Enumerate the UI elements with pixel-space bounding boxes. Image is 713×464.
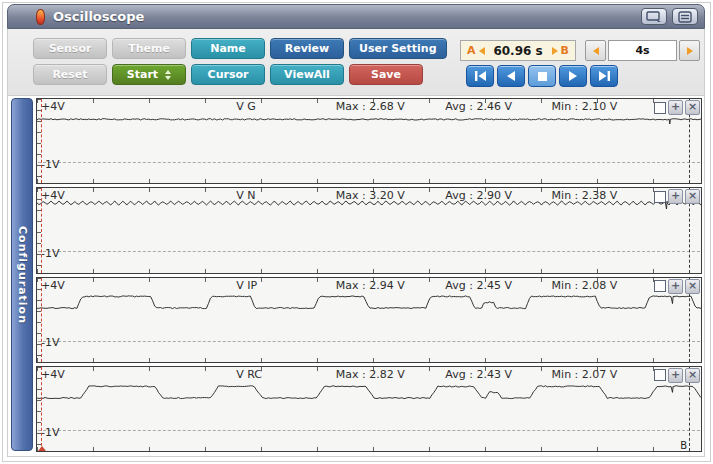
app-icon (36, 9, 45, 25)
minus-1v-gridline (38, 430, 700, 431)
cursor-b-label: B (561, 44, 569, 57)
channel-panel[interactable]: +4V V N Max : 3.20 V Avg : 2.90 V Min : … (36, 187, 702, 273)
channel-close-button[interactable]: × (685, 368, 700, 383)
button-label: Start (127, 68, 158, 81)
y-min-label: -1V (41, 426, 60, 439)
channel-close-button[interactable]: × (685, 279, 700, 294)
sensor-button[interactable]: Sensor (33, 38, 107, 59)
y-max-label: +4V (41, 100, 65, 113)
channel-checkbox[interactable] (654, 280, 666, 292)
ab-time-value: 60.96 s (488, 44, 549, 58)
play-button[interactable] (559, 65, 587, 87)
configuration-tab[interactable]: Configuration (11, 98, 33, 451)
channel-zoom-button[interactable]: + (668, 368, 683, 383)
y-max-label: +4V (41, 368, 65, 381)
min-value: Min : 2.38 V (552, 189, 618, 202)
skip-to-start-button[interactable] (466, 65, 494, 87)
cursor-a-arrow-icon[interactable] (479, 47, 485, 55)
window-size-value[interactable]: 4s (608, 40, 677, 61)
plot-column: +4V V G Max : 2.68 V Avg : 2.46 V Min : … (36, 96, 702, 454)
window-size-increase-button[interactable] (679, 40, 700, 61)
avg-value: Avg : 2.45 V (445, 279, 512, 292)
channel-panel[interactable]: +4V V G Max : 2.68 V Avg : 2.46 V Min : … (36, 98, 702, 184)
theme-button[interactable]: Theme (112, 38, 186, 59)
right-arrow-icon (687, 47, 693, 55)
minus-1v-gridline (38, 251, 700, 252)
start-button[interactable]: Start (112, 64, 186, 85)
chart-area: Configuration +4V V G Max : 2.68 V Avg :… (7, 95, 705, 457)
channel-zoom-button[interactable]: + (668, 189, 683, 204)
cursor-a-line[interactable] (41, 367, 42, 451)
button-label: Save (371, 68, 401, 81)
channel-checkbox[interactable] (654, 369, 666, 381)
spinner-icon[interactable] (165, 70, 171, 80)
y-min-label: -1V (41, 247, 60, 260)
channel-name: V G (236, 100, 256, 113)
window-size-decrease-button[interactable] (585, 40, 606, 61)
max-value: Max : 2.94 V (336, 279, 405, 292)
minus-1v-gridline (38, 341, 700, 342)
cursor-a-line[interactable] (41, 278, 42, 362)
max-value: Max : 2.82 V (336, 368, 405, 381)
x-axis-ticks-bottom (37, 358, 701, 362)
x-axis-ticks-bottom (37, 179, 701, 183)
channel-zoom-button[interactable]: + (668, 279, 683, 294)
skip-to-end-button[interactable] (590, 65, 618, 87)
monitor-icon (646, 11, 662, 23)
cursor-a-marker-icon (38, 446, 46, 451)
name-button[interactable]: Name (191, 38, 265, 59)
channel-close-button[interactable]: × (685, 100, 700, 115)
min-value: Min : 2.08 V (552, 279, 618, 292)
x-axis-ticks-bottom (37, 447, 701, 451)
y-max-label: +4V (41, 279, 65, 292)
channel-close-button[interactable]: × (685, 189, 700, 204)
y-min-label: -1V (41, 158, 60, 171)
button-label: Name (210, 42, 246, 55)
left-arrow-icon (593, 47, 599, 55)
cursor-ab-time-display: A 60.96 s B (460, 40, 576, 61)
avg-value: Avg : 2.90 V (445, 189, 512, 202)
channel-controls: + × (654, 368, 700, 383)
playback-controls (466, 65, 618, 87)
x-axis-ticks-bottom (37, 269, 701, 273)
review-button[interactable]: Review (270, 38, 344, 59)
cursor-b-arrow-icon[interactable] (552, 47, 558, 55)
cursor-a-line[interactable] (41, 99, 42, 183)
layout-button[interactable] (672, 8, 698, 25)
channel-checkbox[interactable] (654, 191, 666, 203)
reset-button[interactable]: Reset (33, 64, 107, 85)
step-back-button[interactable] (497, 65, 525, 87)
button-label: ViewAll (284, 68, 330, 81)
capture-button[interactable] (641, 8, 667, 25)
min-value: Min : 2.07 V (552, 368, 618, 381)
channel-name: V RC (236, 368, 262, 381)
viewall-button[interactable]: ViewAll (270, 64, 344, 85)
panel-lines-icon (678, 11, 692, 23)
cursor-b-tag: B (680, 440, 687, 451)
cursor-a-line[interactable] (41, 188, 42, 272)
cursor-a-label: A (467, 44, 476, 57)
channel-checkbox[interactable] (654, 102, 666, 114)
max-value: Max : 2.68 V (336, 100, 405, 113)
y-min-label: -1V (41, 336, 60, 349)
channel-zoom-button[interactable]: + (668, 100, 683, 115)
oscilloscope-window: Oscilloscope SensorThemeNameReviewUser S… (7, 4, 705, 457)
user-setting-button[interactable]: User Setting (349, 38, 447, 59)
button-label: Reset (52, 68, 87, 81)
cursor-button[interactable]: Cursor (191, 64, 265, 85)
avg-value: Avg : 2.43 V (445, 368, 512, 381)
channel-controls: + × (654, 189, 700, 204)
button-label: Review (285, 42, 330, 55)
button-label: Theme (128, 42, 170, 55)
channel-name: V N (236, 189, 255, 202)
button-label: User Setting (359, 42, 437, 55)
channel-panel[interactable]: +4V V IP Max : 2.94 V Avg : 2.45 V Min :… (36, 277, 702, 363)
toolbar: SensorThemeNameReviewUser Setting ResetS… (7, 29, 705, 95)
stop-button[interactable] (528, 65, 556, 87)
channel-panel[interactable]: +4V V RC Max : 2.82 V Avg : 2.43 V Min :… (36, 366, 702, 452)
toolbar-row-1: SensorThemeNameReviewUser Setting (33, 38, 447, 59)
minus-1v-gridline (38, 162, 700, 163)
titlebar[interactable]: Oscilloscope (7, 4, 705, 29)
save-button[interactable]: Save (349, 64, 423, 85)
window-title: Oscilloscope (53, 9, 144, 24)
